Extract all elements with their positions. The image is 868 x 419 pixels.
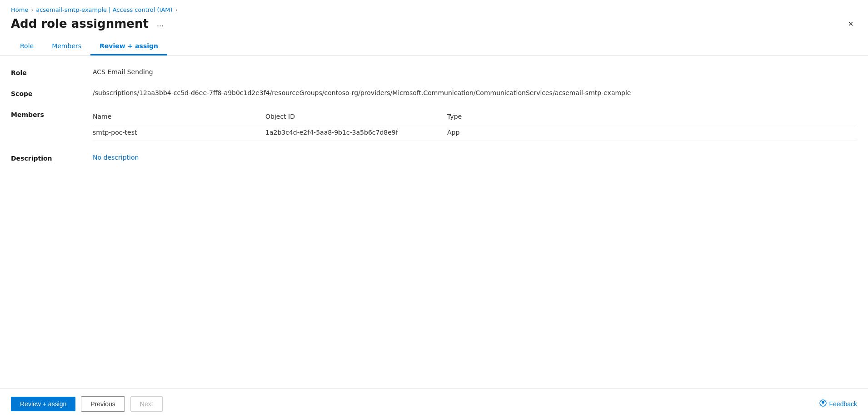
description-value: No description [93,154,139,161]
table-row: smtp-poc-test 1a2b3c4d-e2f4-5aa8-9b1c-3a… [93,124,857,141]
feedback-button[interactable]: Feedback [819,398,857,410]
col-header-type: Type [447,113,538,120]
members-table-header: Name Object ID Type [93,110,857,124]
member-name: smtp-poc-test [93,129,265,136]
member-objectid: 1a2b3c4d-e2f4-5aa8-9b1c-3a5b6c7d8e9f [265,129,447,136]
members-label: Members [11,110,93,118]
next-button: Next [130,396,163,412]
tab-review-assign[interactable]: Review + assign [90,38,167,56]
col-header-name: Name [93,113,265,120]
footer-actions-left: Review + assign Previous Next [11,396,163,412]
svg-point-1 [823,404,823,405]
breadcrumb-sep-2: › [175,7,178,13]
role-label: Role [11,68,93,76]
review-assign-button[interactable]: Review + assign [11,397,75,411]
feedback-icon [819,399,827,409]
scope-row: Scope /subscriptions/12aa3bb4-cc5d-d6ee-… [11,89,857,97]
previous-button[interactable]: Previous [81,396,125,412]
breadcrumb-iam[interactable]: acsemail-smtp-example | Access control (… [36,6,172,13]
member-type: App [447,129,538,136]
ellipsis-button[interactable]: ... [153,17,167,30]
tab-members[interactable]: Members [43,38,90,56]
page-title: Add role assignment [11,17,149,30]
breadcrumb-sep-1: › [31,7,33,13]
col-header-objectid: Object ID [265,113,447,120]
main-content: Role ACS Email Sending Scope /subscripti… [0,56,868,389]
description-row: Description No description [11,154,857,162]
breadcrumb: Home › acsemail-smtp-example | Access co… [0,0,868,13]
role-value: ACS Email Sending [93,68,153,76]
role-row: Role ACS Email Sending [11,68,857,76]
scope-label: Scope [11,89,93,97]
scope-value: /subscriptions/12aa3bb4-cc5d-d6ee-7ff8-a… [93,89,631,96]
members-row: Members Name Object ID Type smtp-poc-tes… [11,110,857,141]
members-table: Name Object ID Type smtp-poc-test 1a2b3c… [93,110,857,141]
footer: Review + assign Previous Next Feedback [0,389,868,419]
tabs-container: Role Members Review + assign [0,30,868,56]
description-label: Description [11,154,93,162]
breadcrumb-home[interactable]: Home [11,6,28,13]
close-button[interactable]: × [844,17,857,30]
tab-role[interactable]: Role [11,38,43,56]
page-header: Add role assignment ... × [0,13,868,30]
feedback-label: Feedback [829,400,857,408]
